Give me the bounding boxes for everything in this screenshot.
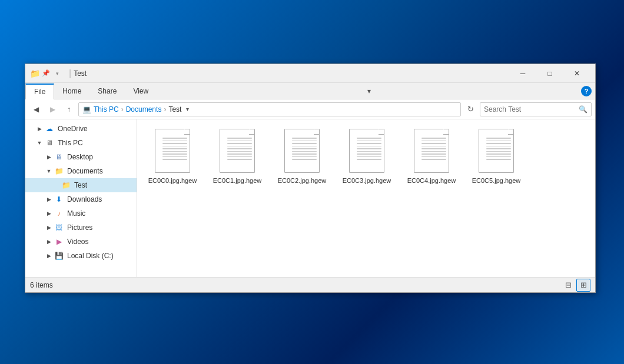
sidebar-label-local-disk: Local Disk (C:) <box>67 252 114 260</box>
tab-view[interactable]: View <box>125 83 157 99</box>
help-button[interactable]: ? <box>581 86 592 96</box>
address-bar: ◀ ▶ ↑ 💻 This PC › Documents › Test ▾ ↻ 🔍 <box>25 99 595 119</box>
file-name: EC0C4.jpg.hgew <box>407 177 456 184</box>
item-count: 6 items <box>30 281 53 289</box>
documents-icon: 📁 <box>54 166 64 176</box>
file-area: EC0C0.jpg.hgew EC0C1.jpg.hgew EC0C2.jpg.… <box>137 119 595 277</box>
tab-file[interactable]: File <box>25 84 54 99</box>
status-bar: 6 items ⊟ ⊞ <box>25 277 595 292</box>
arrow-pictures: ▶ <box>44 223 54 232</box>
file-name: EC0C0.jpg.hgew <box>148 177 197 184</box>
icon-view-icon: ⊞ <box>580 280 587 289</box>
dropdown-icon[interactable]: ▾ <box>52 69 62 78</box>
tab-share[interactable]: Share <box>89 83 125 99</box>
window-controls: ─ □ ✕ <box>509 64 590 83</box>
test-folder-icon: 📁 <box>61 180 71 191</box>
arrow-local-disk: ▶ <box>44 251 54 261</box>
file-grid: EC0C0.jpg.hgew EC0C1.jpg.hgew EC0C2.jpg.… <box>143 125 589 271</box>
list-item[interactable]: EC0C0.jpg.hgew <box>143 125 202 188</box>
sidebar-item-downloads[interactable]: ▶ ⬇ Downloads <box>25 192 137 206</box>
file-name: EC0C1.jpg.hgew <box>213 177 262 184</box>
tab-home[interactable]: Home <box>54 83 89 99</box>
sidebar-label-onedrive: OneDrive <box>58 125 88 133</box>
path-documents[interactable]: Documents <box>126 105 162 113</box>
arrow-documents: ▼ <box>44 166 54 176</box>
list-item[interactable]: EC0C4.jpg.hgew <box>402 125 461 188</box>
arrow-desktop: ▶ <box>44 152 54 162</box>
this-pc-icon: 🖥 <box>44 138 55 148</box>
arrow-videos: ▶ <box>44 237 54 246</box>
pin-icon: 📌 <box>41 69 51 78</box>
file-icon <box>476 129 517 176</box>
ribbon-tabs: File Home Share View ▾ ? <box>25 83 595 99</box>
arrow-downloads: ▶ <box>44 195 54 204</box>
sidebar-label-desktop: Desktop <box>67 153 93 161</box>
main-content: ▶ ☁ OneDrive ▼ 🖥 This PC ▶ 🖥 Desktop ▼ 📁… <box>25 119 595 277</box>
forward-button[interactable]: ▶ <box>45 102 59 116</box>
search-input[interactable] <box>484 105 579 113</box>
folder-icon: 📁 <box>30 69 39 78</box>
list-item[interactable]: EC0C5.jpg.hgew <box>467 125 526 188</box>
ribbon-chevron[interactable]: ▾ <box>364 87 374 95</box>
maximize-button[interactable]: □ <box>536 64 563 83</box>
list-item[interactable]: EC0C2.jpg.hgew <box>273 125 331 188</box>
file-name: EC0C5.jpg.hgew <box>472 177 521 184</box>
sidebar-label-documents: Documents <box>67 167 103 175</box>
sidebar-item-documents[interactable]: ▼ 📁 Documents <box>25 164 137 178</box>
downloads-icon: ⬇ <box>54 194 64 205</box>
path-this-pc[interactable]: This PC <box>94 105 119 113</box>
file-icon <box>411 129 452 176</box>
minimize-button[interactable]: ─ <box>509 64 536 83</box>
view-buttons: ⊟ ⊞ <box>561 279 590 292</box>
sidebar-item-onedrive[interactable]: ▶ ☁ OneDrive <box>25 122 137 136</box>
address-chevron[interactable]: ▾ <box>181 102 193 116</box>
explorer-window: 📁 📌 ▾ | Test ─ □ ✕ File Home Share View … <box>25 64 596 293</box>
arrow-music: ▶ <box>44 209 54 218</box>
sidebar-label-music: Music <box>67 209 85 218</box>
sidebar-item-music[interactable]: ▶ ♪ Music <box>25 206 137 221</box>
path-computer-icon: 💻 <box>82 105 91 113</box>
list-item[interactable]: EC0C3.jpg.hgew <box>337 125 396 188</box>
up-button[interactable]: ↑ <box>62 102 76 116</box>
sidebar-item-videos[interactable]: ▶ ▶ Videos <box>25 235 137 249</box>
sidebar-label-downloads: Downloads <box>67 195 102 203</box>
address-path: 💻 This PC › Documents › Test ▾ <box>78 102 461 116</box>
sidebar-label-test: Test <box>74 181 87 189</box>
arrow-this-pc: ▼ <box>35 138 44 148</box>
path-test: Test <box>168 105 181 113</box>
back-button[interactable]: ◀ <box>29 102 43 116</box>
title-separator: | <box>69 68 71 79</box>
window-title: Test <box>74 69 509 78</box>
arrow-test <box>51 181 61 190</box>
sidebar: ▶ ☁ OneDrive ▼ 🖥 This PC ▶ 🖥 Desktop ▼ 📁… <box>25 119 137 277</box>
list-view-icon: ⊟ <box>565 280 572 289</box>
sidebar-item-this-pc[interactable]: ▼ 🖥 This PC <box>25 136 137 150</box>
videos-icon: ▶ <box>54 236 64 247</box>
sidebar-label-this-pc: This PC <box>58 139 83 147</box>
file-icon <box>217 129 258 176</box>
file-name: EC0C2.jpg.hgew <box>278 177 327 184</box>
pictures-icon: 🖼 <box>54 222 64 233</box>
file-icon <box>281 129 323 176</box>
sidebar-item-desktop[interactable]: ▶ 🖥 Desktop <box>25 150 137 164</box>
search-icon[interactable]: 🔍 <box>579 105 588 113</box>
sidebar-item-pictures[interactable]: ▶ 🖼 Pictures <box>25 221 137 235</box>
arrow-onedrive: ▶ <box>35 124 44 133</box>
sidebar-item-local-disk[interactable]: ▶ 💾 Local Disk (C:) <box>25 249 137 263</box>
close-button[interactable]: ✕ <box>563 64 590 83</box>
music-icon: ♪ <box>54 208 64 219</box>
refresh-button[interactable]: ↻ <box>463 102 477 116</box>
local-disk-icon: 💾 <box>54 251 64 261</box>
file-icon <box>346 129 387 176</box>
list-item[interactable]: EC0C1.jpg.hgew <box>208 125 267 188</box>
sidebar-label-videos: Videos <box>67 238 88 246</box>
desktop-icon: 🖥 <box>54 152 64 162</box>
file-icon <box>152 129 193 176</box>
title-bar-icons: 📁 📌 ▾ <box>30 69 62 78</box>
title-bar: 📁 📌 ▾ | Test ─ □ ✕ <box>25 64 595 83</box>
search-box: 🔍 <box>480 102 592 116</box>
onedrive-icon: ☁ <box>44 123 55 134</box>
sidebar-item-test[interactable]: 📁 Test <box>25 178 137 192</box>
icon-view-button[interactable]: ⊞ <box>576 279 590 292</box>
list-view-button[interactable]: ⊟ <box>561 279 575 292</box>
